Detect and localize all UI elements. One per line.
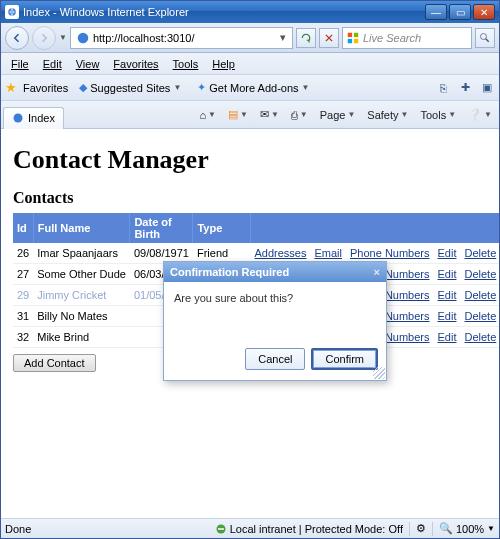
help-icon: ❔ <box>468 108 482 121</box>
delete-link[interactable]: Delete <box>464 310 496 322</box>
favorites-label[interactable]: Favorites <box>23 82 68 94</box>
tab-favicon <box>12 112 24 124</box>
ie-favicon <box>5 5 19 19</box>
menu-favorites[interactable]: Favorites <box>107 56 164 72</box>
dialog-confirm-button[interactable]: Confirm <box>311 348 378 370</box>
dialog-title: Confirmation Required <box>170 266 289 278</box>
close-window-button[interactable]: ✕ <box>473 4 495 20</box>
minimize-button[interactable]: — <box>425 4 447 20</box>
bing-icon <box>346 31 360 45</box>
stop-button[interactable] <box>319 28 339 48</box>
svg-rect-9 <box>218 528 224 530</box>
maximize-button[interactable]: ▭ <box>449 4 471 20</box>
search-box[interactable]: Live Search <box>342 27 472 49</box>
address-dropdown[interactable]: ▾ <box>276 31 290 44</box>
dialog-titlebar[interactable]: Confirmation Required × <box>164 262 386 282</box>
menu-help[interactable]: Help <box>206 56 241 72</box>
help-button[interactable]: ❔▼ <box>463 105 497 124</box>
forward-button[interactable] <box>32 26 56 50</box>
email-link[interactable]: Email <box>315 247 343 259</box>
favorites-star-icon[interactable]: ★ <box>5 80 17 95</box>
cell-name: Imar Spaanjaars <box>33 243 130 264</box>
cell-name: Jimmy Cricket <box>33 285 130 306</box>
favorites-bar: ★ Favorites ◆ Suggested Sites ▼ ✦ Get Mo… <box>1 75 499 101</box>
page-subheading: Contacts <box>13 189 487 207</box>
col-type: Type <box>193 213 251 243</box>
feeds-button[interactable]: ▤▼ <box>223 105 253 124</box>
rss-icon: ▤ <box>228 108 238 121</box>
menu-view[interactable]: View <box>70 56 106 72</box>
zone-icon <box>215 523 227 535</box>
address-input[interactable] <box>93 32 276 44</box>
webslice-icon[interactable]: ✚ <box>457 80 473 96</box>
edit-link[interactable]: Edit <box>438 289 457 301</box>
edit-link[interactable]: Edit <box>438 247 457 259</box>
delete-link[interactable]: Delete <box>464 268 496 280</box>
zone-label: Local intranet | Protected Mode: Off <box>230 523 403 535</box>
edit-link[interactable]: Edit <box>438 268 457 280</box>
cell-name: Mike Brind <box>33 327 130 348</box>
get-addons-label: Get More Add-ons <box>209 82 298 94</box>
menu-edit[interactable]: Edit <box>37 56 68 72</box>
addresses-link[interactable]: Addresses <box>255 247 307 259</box>
refresh-button[interactable] <box>296 28 316 48</box>
zoom-control[interactable]: 🔍 100% ▼ <box>439 522 495 535</box>
security-zone[interactable]: Local intranet | Protected Mode: Off <box>215 523 403 535</box>
svg-rect-3 <box>354 32 358 36</box>
status-done: Done <box>5 523 31 535</box>
dialog-resize-handle[interactable] <box>373 367 385 379</box>
suggested-sites-label: Suggested Sites <box>90 82 170 94</box>
popup-blocker-icon[interactable]: ⚙ <box>416 522 426 535</box>
mail-button[interactable]: ✉▼ <box>255 105 284 124</box>
tools-menu[interactable]: Tools▼ <box>415 106 461 124</box>
cell-id: 32 <box>13 327 33 348</box>
home-button[interactable]: ⌂▼ <box>194 106 221 124</box>
nav-history-dropdown[interactable]: ▼ <box>59 33 67 42</box>
home-icon: ⌂ <box>199 109 206 121</box>
menu-file[interactable]: File <box>5 56 35 72</box>
add-contact-button[interactable]: Add Contact <box>13 354 96 372</box>
search-placeholder: Live Search <box>363 32 421 44</box>
delete-link[interactable]: Delete <box>464 247 496 259</box>
suggested-sites-link[interactable]: ◆ Suggested Sites ▼ <box>74 78 186 97</box>
mail-icon: ✉ <box>260 108 269 121</box>
suggested-sites-icon: ◆ <box>79 81 87 94</box>
page-menu-label: Page <box>320 109 346 121</box>
menu-bar: File Edit View Favorites Tools Help <box>1 53 499 75</box>
svg-rect-5 <box>354 38 358 42</box>
compat-icon[interactable]: ▣ <box>479 80 495 96</box>
col-id: Id <box>13 213 33 243</box>
delete-link[interactable]: Delete <box>464 289 496 301</box>
browser-tab[interactable]: Index <box>3 107 64 129</box>
tools-menu-label: Tools <box>420 109 446 121</box>
delete-link[interactable]: Delete <box>464 331 496 343</box>
cell-id: 31 <box>13 306 33 327</box>
menu-tools[interactable]: Tools <box>167 56 205 72</box>
back-button[interactable] <box>5 26 29 50</box>
address-bar[interactable]: ▾ <box>70 27 293 49</box>
edit-link[interactable]: Edit <box>438 310 457 322</box>
page-favicon <box>76 31 90 45</box>
col-dob: Date of Birth <box>130 213 193 243</box>
cell-id: 27 <box>13 264 33 285</box>
safety-menu[interactable]: Safety▼ <box>362 106 413 124</box>
page-menu[interactable]: Page▼ <box>315 106 361 124</box>
print-icon: ⎙ <box>291 109 298 121</box>
confirmation-dialog: Confirmation Required × Are you sure abo… <box>163 261 387 381</box>
search-go-button[interactable] <box>475 28 495 48</box>
phones-link[interactable]: Phone Numbers <box>350 247 430 259</box>
svg-point-6 <box>481 33 487 39</box>
dialog-close-icon[interactable]: × <box>374 266 380 278</box>
zoom-level: 100% <box>456 523 484 535</box>
svg-point-7 <box>14 114 23 123</box>
cell-id: 26 <box>13 243 33 264</box>
print-button[interactable]: ⎙▼ <box>286 106 313 124</box>
get-addons-link[interactable]: ✦ Get More Add-ons ▼ <box>192 78 314 97</box>
edit-link[interactable]: Edit <box>438 331 457 343</box>
window-title: Index - Windows Internet Explorer <box>23 6 425 18</box>
encoding-icon[interactable]: ⎘ <box>435 80 451 96</box>
status-bar: Done Local intranet | Protected Mode: Of… <box>1 518 499 538</box>
dialog-cancel-button[interactable]: Cancel <box>245 348 305 370</box>
cell-id: 29 <box>13 285 33 306</box>
col-name: Full Name <box>33 213 130 243</box>
